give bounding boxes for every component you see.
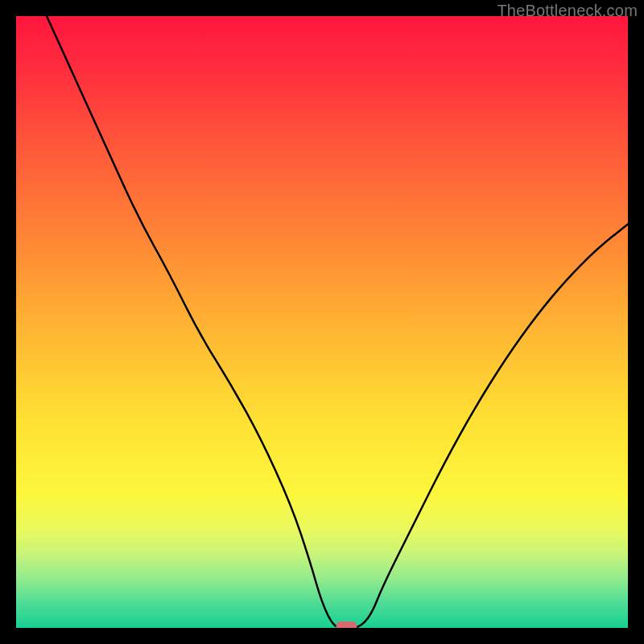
minimum-marker: [336, 621, 357, 628]
curve-path: [47, 16, 628, 628]
plot-area: [16, 16, 628, 628]
chart-frame: TheBottleneck.com: [0, 0, 644, 644]
watermark-label: TheBottleneck.com: [497, 2, 638, 20]
bottleneck-curve: [16, 16, 628, 628]
